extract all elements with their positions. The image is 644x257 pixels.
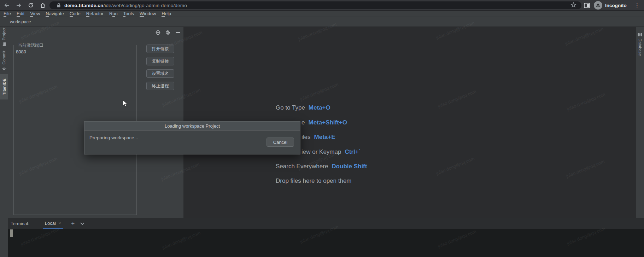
- ide-menubar: File Edit View Navigate Code Refactor Ru…: [0, 11, 644, 17]
- commit-icon: [2, 66, 6, 71]
- options-grid-icon[interactable]: [156, 30, 160, 35]
- url-path: /ide/web/coding/go-admin-demo/demo: [103, 3, 187, 8]
- folder-icon: [2, 42, 6, 47]
- terminal-panel: Terminal: Local ✕ +: [8, 218, 644, 257]
- sidebar-item-database[interactable]: Database: [637, 31, 643, 57]
- menu-help[interactable]: Help: [159, 11, 174, 17]
- copy-link-button[interactable]: 复制链接: [146, 57, 174, 65]
- breadcrumb-bar: workspace: [0, 17, 644, 27]
- drop-files-hint: Drop files here to open them: [276, 177, 352, 185]
- terminal-label: Terminal:: [11, 221, 29, 226]
- shortcut-hint: Go to TypeMeta+O: [276, 104, 330, 111]
- shortcut-hint: iew or KeymapCtrl+`: [301, 148, 361, 156]
- cancel-button[interactable]: Cancel: [267, 138, 294, 147]
- mouse-cursor-icon: [123, 100, 128, 109]
- home-icon[interactable]: [37, 1, 48, 10]
- kill-process-button[interactable]: 终止进程: [146, 82, 174, 90]
- terminal-tab-local[interactable]: Local ✕: [43, 218, 63, 229]
- breadcrumb[interactable]: workspace: [10, 19, 31, 24]
- menu-tools[interactable]: Tools: [121, 11, 137, 17]
- incognito-badge[interactable]: Incognito: [594, 1, 627, 10]
- loading-dialog: Loading workspace Project Preparing work…: [84, 121, 300, 154]
- menu-code[interactable]: Code: [67, 11, 83, 17]
- incognito-icon: [594, 1, 602, 10]
- gear-icon[interactable]: [165, 30, 170, 35]
- bookmark-star-icon[interactable]: [570, 2, 576, 10]
- sidebar-item-titanide[interactable]: TitanIDE: [0, 74, 8, 100]
- menu-window[interactable]: Window: [137, 11, 159, 17]
- right-tool-stripe: Database: [636, 27, 644, 218]
- menu-edit[interactable]: Edit: [14, 11, 27, 17]
- hide-minus-icon[interactable]: [175, 30, 180, 35]
- set-domain-button[interactable]: 设置域名: [146, 69, 174, 78]
- browser-menu-icon[interactable]: ⋮: [634, 1, 640, 9]
- terminal-cursor: [10, 229, 13, 237]
- browser-toolbar: demo.titanide.cn/ide/web/coding/go-admin…: [0, 0, 644, 11]
- side-panel-icon[interactable]: [584, 3, 590, 10]
- sidebar-item-project[interactable]: Project: [1, 26, 7, 48]
- left-tool-stripe: Project Commit TitanIDE: [0, 27, 8, 257]
- dialog-title: Loading workspace Project: [84, 122, 300, 131]
- url-bar[interactable]: demo.titanide.cn/ide/web/coding/go-admin…: [49, 1, 581, 9]
- menu-file[interactable]: File: [1, 11, 14, 17]
- shortcut-hint: Search EverywhereDouble Shift: [276, 163, 367, 170]
- back-icon[interactable]: [1, 1, 12, 10]
- terminal-output[interactable]: [8, 229, 644, 257]
- url-domain: demo.titanide.cn: [64, 3, 103, 8]
- shortcut-hint: eMeta+Shift+O: [301, 119, 347, 126]
- lock-icon: [57, 3, 61, 8]
- menu-refactor[interactable]: Refactor: [83, 11, 106, 17]
- shortcut-hint: ilesMeta+E: [301, 134, 335, 141]
- chevron-down-icon[interactable]: [80, 222, 84, 225]
- active-port-legend: 当前激活端口: [17, 42, 45, 48]
- sidebar-item-commit[interactable]: Commit: [1, 50, 7, 71]
- new-terminal-icon[interactable]: +: [71, 219, 75, 229]
- active-port-value: 8080: [16, 49, 26, 54]
- reload-icon[interactable]: [25, 1, 36, 10]
- menu-navigate[interactable]: Navigate: [43, 11, 66, 17]
- dialog-message: Preparing workspace...: [89, 135, 138, 140]
- menu-run[interactable]: Run: [106, 11, 121, 17]
- terminal-tab-bar: Terminal: Local ✕ +: [8, 218, 644, 229]
- forward-icon[interactable]: [13, 1, 24, 10]
- open-link-button[interactable]: 打开链接: [146, 45, 174, 53]
- tool-window-header-icons: [156, 30, 180, 35]
- port-actions: 打开链接 复制链接 设置域名 终止进程: [146, 45, 174, 90]
- close-icon[interactable]: ✕: [58, 221, 61, 225]
- incognito-label: Incognito: [605, 3, 627, 8]
- menu-view[interactable]: View: [27, 11, 43, 17]
- database-icon: [638, 33, 643, 37]
- screen: demo.titanide.cn/ide/web/coding/go-admin…: [0, 0, 644, 257]
